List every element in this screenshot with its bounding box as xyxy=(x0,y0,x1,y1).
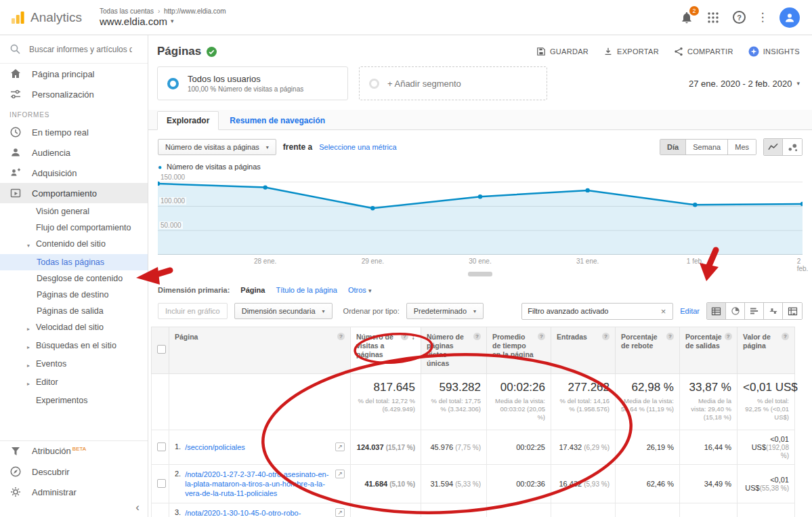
sidebar-item-all-pages[interactable]: Todas las páginas xyxy=(0,254,148,270)
notifications-button[interactable]: 2 xyxy=(680,11,693,24)
kebab-menu-button[interactable]: ⋮ xyxy=(759,10,766,24)
column-header-bounce-rate[interactable]: Porcentaje de rebote xyxy=(621,333,664,350)
sort-type-selector[interactable]: Predeterminado ▾ xyxy=(406,303,484,319)
help-icon[interactable]: ? xyxy=(725,333,732,340)
help-icon[interactable]: ? xyxy=(666,333,674,340)
help-icon[interactable]: ? xyxy=(401,333,408,340)
sidebar-item-site-speed[interactable]: ▸ Velocidad del sitio xyxy=(0,319,148,337)
granularity-month-button[interactable]: Mes xyxy=(728,140,756,154)
column-header-page[interactable]: Página xyxy=(175,333,335,342)
tab-explorer[interactable]: Explorador xyxy=(157,111,219,130)
share-button[interactable]: COMPARTIR xyxy=(674,46,733,57)
sidebar-item-realtime[interactable]: En tiempo real xyxy=(0,122,148,142)
advanced-filter-box[interactable]: Filtro avanzado activado × xyxy=(521,303,673,320)
sidebar-item-events[interactable]: ▸ Eventos xyxy=(0,356,148,374)
export-button[interactable]: EXPORTAR xyxy=(603,46,659,57)
sort-desc-icon[interactable]: ↓ xyxy=(411,333,415,342)
select-metric-link[interactable]: Seleccione una métrica xyxy=(319,143,396,151)
sidebar-item-behavior[interactable]: Comportamiento xyxy=(0,183,148,203)
chart-point[interactable] xyxy=(586,188,590,192)
help-icon[interactable]: ? xyxy=(602,333,610,340)
chart-point[interactable] xyxy=(263,185,268,189)
row-checkbox[interactable] xyxy=(157,442,166,451)
dimension-page[interactable]: Página xyxy=(240,286,265,294)
property-selector[interactable]: www.eldia.com ▾ xyxy=(100,16,226,28)
sidebar-item-audience[interactable]: Audiencia xyxy=(0,142,148,163)
help-icon[interactable]: ? xyxy=(782,333,789,340)
view-table-button[interactable] xyxy=(707,303,726,319)
sidebar-item-content-drilldown[interactable]: Desglose de contenido xyxy=(0,270,148,287)
expand-icon[interactable]: ▾ xyxy=(27,239,36,251)
sidebar-item-site-search[interactable]: ▸ Búsquedas en el sitio xyxy=(0,337,148,356)
date-range-selector[interactable]: 27 ene. 2020 - 2 feb. 2020 ▾ xyxy=(689,79,800,89)
sidebar-item-acquisition[interactable]: Adquisición xyxy=(0,163,148,183)
account-switcher[interactable]: Todas las cuentas › http://www.eldia.com… xyxy=(100,7,226,28)
view-pivot-button[interactable] xyxy=(783,303,802,319)
breadcrumb-account[interactable]: Todas las cuentas xyxy=(100,7,154,15)
external-link-icon[interactable]: ↗ xyxy=(335,470,345,478)
save-button[interactable]: GUARDAR xyxy=(536,46,589,57)
chart-point[interactable] xyxy=(370,206,375,210)
column-header-unique-pageviews[interactable]: Número de páginas vistas únicas xyxy=(427,333,471,368)
column-header-avg-time[interactable]: Promedio de tiempo en la página xyxy=(492,333,535,359)
chart-point[interactable] xyxy=(478,194,482,199)
help-icon[interactable]: ? xyxy=(538,333,545,340)
insights-button[interactable]: INSIGHTS xyxy=(748,46,800,57)
column-header-exit-rate[interactable]: Porcentaje de salidas xyxy=(685,333,722,350)
sidebar-item-discover[interactable]: Descubrir xyxy=(0,461,148,482)
close-icon[interactable]: × xyxy=(660,306,668,316)
sidebar-item-home[interactable]: Página principal xyxy=(0,64,148,84)
verified-icon[interactable] xyxy=(207,47,217,57)
page-link[interactable]: /nota/2020-1-27-2-37-40-otro-asesinato-e… xyxy=(185,470,331,498)
metric-selector[interactable]: Número de visitas a páginas ▾ xyxy=(158,139,276,155)
granularity-week-button[interactable]: Semana xyxy=(686,140,728,154)
select-all-checkbox[interactable] xyxy=(157,345,166,354)
help-icon[interactable]: ? xyxy=(337,333,345,340)
timeseries-chart[interactable]: 50.000100.000150.000 28 ene.29 ene.30 en… xyxy=(158,175,803,278)
view-percentage-button[interactable] xyxy=(726,303,745,319)
column-header-entrances[interactable]: Entradas xyxy=(557,333,599,342)
search-input[interactable] xyxy=(29,45,132,54)
breadcrumb-property[interactable]: http://www.eldia.com xyxy=(164,7,226,15)
sidebar-item-behavior-overview[interactable]: Visión general xyxy=(0,203,148,220)
granularity-day-button[interactable]: Día xyxy=(660,140,686,154)
sidebar-item-landing-pages[interactable]: Páginas de destino xyxy=(0,287,148,303)
view-comparison-button[interactable] xyxy=(764,303,783,319)
expand-icon[interactable]: ▸ xyxy=(27,322,36,335)
row-checkbox[interactable] xyxy=(157,479,166,488)
expand-icon[interactable]: ▸ xyxy=(27,340,36,353)
motion-chart-button[interactable] xyxy=(783,139,802,155)
chart-point[interactable] xyxy=(693,203,697,207)
sidebar-collapse-button[interactable]: ‹ xyxy=(135,501,140,514)
sidebar-search[interactable] xyxy=(0,35,148,64)
column-header-page-value[interactable]: Valor de página xyxy=(743,333,779,350)
sidebar-item-customization[interactable]: Personalización xyxy=(0,84,148,104)
dimension-page-title[interactable]: Título de la página xyxy=(276,286,337,294)
analytics-logo[interactable]: Analytics xyxy=(9,9,82,26)
sidebar-item-attribution[interactable]: AtribuciónBETA xyxy=(0,441,148,461)
line-chart-button[interactable] xyxy=(764,139,783,155)
apps-grid-button[interactable] xyxy=(707,12,719,24)
avatar[interactable] xyxy=(779,7,800,28)
view-performance-button[interactable] xyxy=(745,303,764,319)
column-header-pageviews[interactable]: Número de visitas a páginas xyxy=(356,333,398,359)
help-button[interactable]: ? xyxy=(733,11,746,24)
sidebar-item-behavior-flow[interactable]: Flujo del comportamiento xyxy=(0,220,148,236)
page-link[interactable]: /nota/2020-1-30-10-45-0-otro-robo-sangri… xyxy=(185,508,331,517)
sidebar-item-experiments[interactable]: Experimentos xyxy=(0,392,148,409)
expand-icon[interactable]: ▸ xyxy=(27,358,36,371)
sidebar-item-exit-pages[interactable]: Páginas de salida xyxy=(0,303,148,319)
dimension-others[interactable]: Otros ▾ xyxy=(348,286,372,294)
tab-navigation-summary[interactable]: Resumen de navegación xyxy=(219,112,336,129)
plot-rows-button[interactable]: Incluir en gráfico xyxy=(158,303,228,319)
expand-icon[interactable]: ▸ xyxy=(27,377,36,390)
sidebar-item-admin[interactable]: Administrar xyxy=(0,482,148,502)
page-link[interactable]: /seccion/policiales xyxy=(185,442,331,452)
chart-plot-area[interactable]: 50.000100.000150.000 xyxy=(158,175,803,255)
sidebar-item-publisher[interactable]: ▸ Editor xyxy=(0,374,148,392)
sidebar-item-site-content[interactable]: ▾ Contenido del sitio xyxy=(0,236,148,254)
segment-all-users[interactable]: Todos los usuarios 100,00 % Número de vi… xyxy=(157,66,348,100)
edit-filter-link[interactable]: Editar xyxy=(680,307,700,315)
help-icon[interactable]: ? xyxy=(473,333,481,340)
chart-range-handle[interactable] xyxy=(468,272,492,276)
